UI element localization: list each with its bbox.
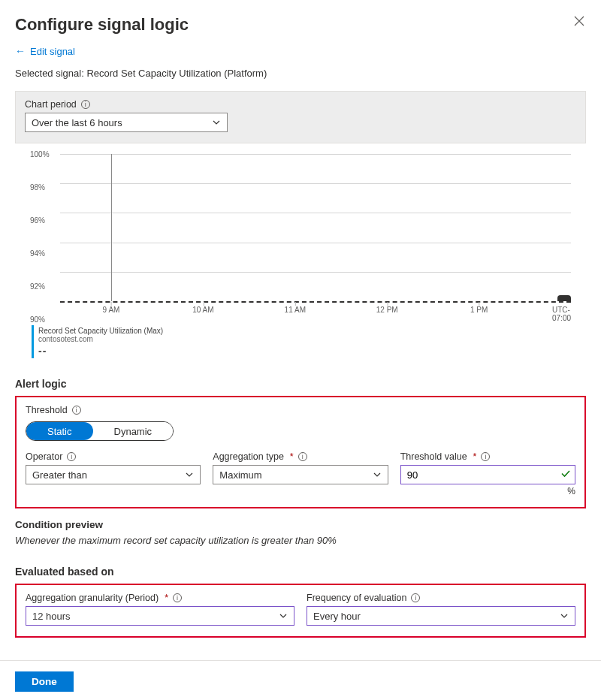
chevron-down-icon [560, 611, 569, 620]
threshold-dynamic-option[interactable]: Dynamic [93, 422, 174, 440]
chart-legend[interactable]: Record Set Capacity Utilization (Max) co… [32, 325, 586, 358]
info-icon[interactable]: i [67, 452, 76, 461]
granularity-label: Aggregation granularity (Period) [26, 593, 159, 603]
condition-preview-text: Whenever the maximum record set capacity… [15, 535, 586, 546]
threshold-line [60, 301, 571, 303]
chart-period-value: Over the last 6 hours [32, 117, 122, 128]
evaluation-callout: Aggregation granularity (Period) * i 12 … [15, 584, 586, 638]
aggregation-type-label: Aggregation type [213, 451, 284, 462]
threshold-toggle[interactable]: Static Dynamic [26, 421, 174, 441]
chevron-down-icon [373, 470, 382, 479]
operator-label: Operator [26, 451, 62, 462]
y-tick: 98% [30, 183, 45, 192]
chart-period-select[interactable]: Over the last 6 hours [25, 113, 228, 132]
chevron-down-icon [212, 118, 221, 127]
chart-period-bar: Chart period i Over the last 6 hours [15, 91, 586, 143]
aggregation-type-value: Maximum [219, 469, 261, 481]
info-icon[interactable]: i [72, 406, 81, 415]
y-tick: 94% [30, 249, 45, 258]
granularity-value: 12 hours [32, 611, 71, 622]
x-tick: 10 AM [192, 306, 213, 314]
selected-signal-value: Record Set Capacity Utilization (Platfor… [86, 68, 267, 79]
arrow-left-icon: ← [15, 45, 26, 57]
y-tick: 100% [30, 150, 50, 158]
info-icon[interactable]: i [481, 452, 490, 461]
frequency-value: Every hour [313, 611, 361, 622]
threshold-value-label: Threshold value [400, 451, 467, 462]
required-icon: * [473, 451, 477, 462]
frequency-label: Frequency of evaluation [307, 593, 406, 603]
edit-signal-label: Edit signal [30, 46, 75, 57]
info-icon[interactable]: i [411, 593, 420, 602]
chevron-down-icon [185, 470, 194, 479]
page-title: Configure signal logic [15, 15, 189, 35]
close-icon [574, 16, 584, 26]
operator-select[interactable]: Greater than [26, 465, 201, 484]
done-button[interactable]: Done [15, 671, 74, 692]
timezone-label: UTC-07:00 [552, 306, 571, 322]
threshold-static-option[interactable]: Static [26, 422, 93, 440]
info-icon[interactable]: i [298, 452, 307, 461]
x-axis: 9 AM 10 AM 11 AM 12 PM 1 PM UTC-07:00 [60, 304, 571, 319]
current-time-line [111, 154, 112, 301]
metric-chart: 100% 98% 96% 94% 92% 90% 9 AM 10 AM 11 A… [30, 154, 578, 319]
y-tick: 96% [30, 216, 45, 225]
edit-signal-link[interactable]: ← Edit signal [15, 45, 75, 57]
operator-value: Greater than [32, 469, 87, 481]
alert-logic-callout: Threshold i Static Dynamic Operator i Gr… [15, 396, 586, 508]
chart-plot-area [60, 154, 571, 301]
legend-series-value: -- [38, 345, 586, 357]
y-tick: 92% [30, 282, 45, 291]
data-point [557, 295, 571, 301]
granularity-select[interactable]: 12 hours [26, 606, 294, 626]
x-tick: 12 PM [376, 306, 398, 314]
x-tick: 9 AM [103, 306, 120, 314]
alert-logic-title: Alert logic [15, 378, 586, 390]
info-icon[interactable]: i [173, 593, 182, 602]
frequency-select[interactable]: Every hour [307, 606, 575, 626]
info-icon[interactable]: i [81, 100, 90, 109]
condition-preview-title: Condition preview [15, 519, 586, 530]
threshold-unit: % [400, 486, 575, 496]
aggregation-type-select[interactable]: Maximum [213, 465, 388, 484]
chart-period-label: Chart period [25, 99, 77, 110]
close-button[interactable] [572, 12, 586, 32]
selected-signal: Selected signal: Record Set Capacity Uti… [15, 68, 586, 79]
evaluated-based-on-title: Evaluated based on [15, 566, 586, 578]
check-icon [560, 469, 571, 481]
threshold-value-input[interactable] [400, 465, 575, 484]
x-tick: 1 PM [470, 306, 488, 314]
x-tick: 11 AM [285, 306, 306, 314]
required-icon: * [165, 593, 168, 603]
legend-series-name: Record Set Capacity Utilization (Max) [38, 327, 586, 335]
threshold-label: Threshold [26, 405, 68, 415]
required-icon: * [290, 451, 294, 462]
legend-series-source: contosotest.com [38, 335, 586, 343]
selected-signal-label: Selected signal: [15, 68, 84, 79]
chevron-down-icon [279, 611, 288, 620]
y-tick: 90% [30, 315, 45, 324]
